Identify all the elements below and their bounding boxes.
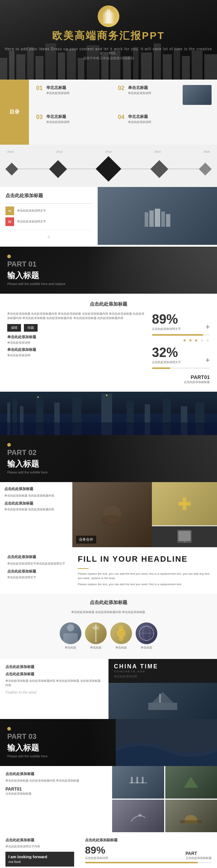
slide5-title: 点击此处添加标题 (5, 664, 103, 669)
slide7-are-fond: Are fond (8, 860, 71, 864)
part01-subtitle: Please add the subtitle here and replace (7, 282, 65, 286)
slide7-89-label: 点击此处添加说明 (85, 856, 108, 860)
slide7-stats: 点击此处添加副标题 89% 点击此处添加说明 PART 点击此处添加副标题 (85, 838, 212, 868)
slide6-body: 单击此处添加标题 在此处添加标题内容.单击此处添加标题. (5, 779, 107, 783)
circle-label-3: 单击此处 (110, 646, 132, 650)
world-icon (136, 622, 157, 644)
slide6-left: 点击此处添加标题 单击此处添加标题 在此处添加标题内容.单击此处添加标题. PA… (0, 766, 112, 832)
slide6-title: 点击此处添加标题 (5, 771, 107, 776)
toc-desc-3: 单击此处添加说明 (46, 120, 69, 124)
tag2-desc: 单击此处添加说明 (7, 353, 146, 358)
headline-body1: 单击此处添加说明文字单击此处添加说明文字 (7, 562, 72, 566)
svg-rect-54 (178, 531, 191, 541)
part03-header: PART 03 输入标题 Please add the subtitle her… (0, 719, 217, 766)
icon-text-1: 单击此处添加说明文字 (17, 209, 46, 213)
hero-title-post: PPT (142, 30, 165, 41)
svg-rect-0 (0, 58, 7, 80)
plus-icon-2: + (205, 356, 210, 365)
sunset-image (165, 800, 217, 832)
headline-content: 点击此处添加标题 单击此处添加说明文字单击此处添加说明文字 点击此处添加标题 单… (7, 554, 210, 587)
diamond-4 (150, 160, 168, 178)
circle-label-1: 单击此处 (60, 646, 81, 650)
slide1-stats-row: 单击此处添加标题 在此处添加标题内容.单击此处添加标题 在此处添加标题内容.单击… (7, 312, 210, 384)
star-3: ★ (194, 338, 198, 343)
circle-row: 单击此处 单击此处 单击此处 (5, 619, 212, 654)
toc-title-4: 华北北标题 (128, 114, 151, 119)
toc-num-3: 03 (36, 114, 43, 120)
svg-point-51 (178, 502, 182, 506)
tag2-title: 单击此处添加标题 (7, 347, 146, 352)
flower-image (152, 482, 217, 526)
svg-point-61 (119, 625, 124, 630)
circle-label-2: 单击此处 (85, 646, 107, 650)
diamond-row (7, 156, 210, 182)
hero-subtitle2: 适用于年终工作/企业投资/活动策划 (0, 56, 217, 61)
slide7-part-sub: 点击此处添加副标题 (186, 856, 212, 860)
timeline-label-5: 2018 (203, 150, 210, 153)
dock-image-1 (112, 766, 164, 799)
stat-bar-32 (152, 367, 210, 369)
tablet-image (152, 526, 217, 547)
part01-title: 输入标题 (7, 270, 65, 281)
part02-num: PART 02 (7, 448, 48, 457)
star-1: ★ (183, 338, 187, 343)
wave-image (116, 719, 217, 766)
tablet-icon (175, 529, 193, 544)
timeline-line-3 (119, 169, 151, 169)
star-4: ★ (200, 338, 204, 343)
headline-main: FILL IN YOUR HEADLINE Please replace the… (78, 554, 210, 587)
slide7-subtitle1: 点击此处添加副标题 (85, 838, 212, 843)
stat-32-label: 点击此处添加说明文字 (152, 360, 181, 365)
slide5-body: 单击此处添加标题 在此处添加标题内容.单击此处添加标题 在此处添加标题内容. (5, 679, 103, 688)
hero-title-pre: 欧美高端商务 (52, 30, 119, 41)
slide7-body: 单击此处添加说明文字内容 (5, 844, 74, 849)
svg-point-39 (106, 395, 107, 396)
slide5-content: 点击此处添加标题 点击此处添加标题 单击此处添加标题 在此处添加标题内容.单击此… (0, 659, 217, 719)
nature-image (165, 766, 217, 799)
svg-point-62 (119, 636, 124, 641)
svg-rect-19 (192, 51, 203, 80)
svg-rect-71 (131, 777, 133, 783)
part02-badge: PART 02 输入标题 Please add the subtitle her… (7, 443, 48, 474)
headline-body2: 单击此处添加说明文字 (7, 575, 72, 580)
slide7-stat-group: 点击此处添加副标题 89% 点击此处添加说明 PART 点击此处添加副标题 (85, 838, 212, 868)
ship-image (109, 683, 217, 719)
slide7-bar-89-fill (85, 862, 198, 863)
slide7-title: 点击此处添加标题 (5, 838, 74, 843)
slide6-part01-sub: 点击此处添加副标题 (5, 792, 107, 796)
svg-rect-8 (78, 58, 84, 80)
toc-num-1: 01 (36, 85, 43, 92)
toc-num-2: 02 (118, 85, 125, 92)
slide7-32-row: 32% 点击此处添加说明 (85, 866, 212, 868)
stat-89-group: 89% 点击此处添加说明文字 (152, 312, 181, 331)
slide7-left: 点击此处添加标题 单击此处添加说明文字内容 I am looking forwa… (0, 832, 80, 868)
hands-icon (98, 504, 127, 526)
slide2-section: 点击此处添加标题 单击此处添加标题 在此处添加标题内容. 点击此处添加标题 单击… (0, 482, 217, 547)
slide2-hands-photo: 业务合作 (72, 482, 152, 547)
stat-32-group: 32% 点击此处添加说明文字 (152, 345, 181, 365)
wechat-icon: ✉ (5, 207, 14, 215)
slide1-tags: 成绩 结题 (7, 324, 146, 332)
diamond-2 (49, 160, 67, 178)
headline-left: 点击此处添加标题 单击此处添加说明文字单击此处添加说明文字 点击此处添加标题 单… (7, 554, 72, 587)
slide2-left: 点击此处添加标题 单击此处添加标题 在此处添加标题内容. 点击此处添加标题 单击… (0, 482, 72, 547)
svg-rect-23 (107, 9, 110, 24)
circles-body: 单击此处添加标题 在此处添加标题内容.单击此处添加标题. (5, 610, 212, 614)
stat-bar-89-fill (152, 334, 203, 336)
stat-89-label: 点击此处添加说明文字 (152, 327, 181, 331)
weibo-icon: W (5, 217, 14, 226)
svg-marker-74 (184, 777, 198, 788)
svg-point-35 (37, 396, 39, 398)
stat-89-value: 89% (152, 312, 181, 327)
toc-desc-4: 单击此处添加说明 (128, 120, 151, 124)
slide6-part01-label: PART01 (5, 787, 107, 792)
add-button[interactable]: + (5, 234, 92, 241)
circle-item-3: 单击此处 (110, 622, 132, 650)
svg-point-76 (139, 814, 141, 817)
part02-header: PART 02 输入标题 Please add the subtitle her… (0, 435, 217, 482)
toc-title-2: 单击北标题 (128, 85, 151, 90)
hero-title-accent: 汇报 (119, 30, 142, 41)
hero-subtitle: Here to add your ideas Dress up your con… (0, 47, 217, 55)
part03-dot (7, 727, 11, 731)
circle-image-4 (136, 622, 157, 644)
